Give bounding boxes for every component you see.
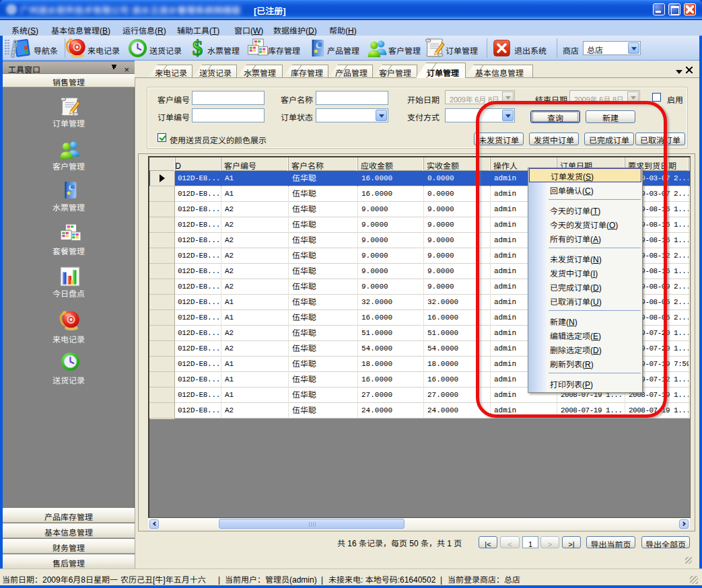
svg-text:$: $ bbox=[192, 37, 203, 59]
